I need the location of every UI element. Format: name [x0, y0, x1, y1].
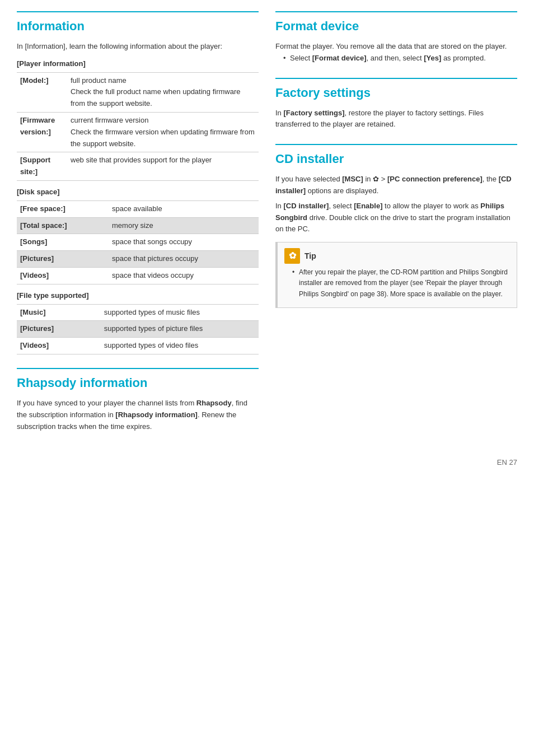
list-item: Select [Format device], and then, select…	[283, 53, 517, 64]
rhapsody-bold: Rhapsody	[196, 399, 232, 407]
table-cell-value: supported types of video files	[101, 338, 259, 354]
yes-bold: [Yes]	[424, 54, 441, 62]
format-device-text: Format the player. You remove all the da…	[275, 41, 517, 53]
tip-box: ✿ Tip After you repair the player, the C…	[275, 242, 517, 308]
table-cell-key: [Videos]	[17, 338, 101, 354]
tip-icon: ✿	[284, 248, 300, 264]
pc-connection-bold: [PC connection preference]	[387, 175, 483, 183]
rhapsody-title: Rhapsody information	[17, 368, 259, 392]
factory-settings-title: Factory settings	[275, 78, 517, 102]
disk-space-table: [Free space:] space available [Total spa…	[17, 200, 259, 284]
cd-installer-text1: If you have selected [MSC] in ✿ > [PC co…	[275, 174, 517, 197]
table-cell-value: current firmware versionCheck the firmwa…	[67, 112, 259, 152]
table-cell-key: [Total space:]	[17, 217, 109, 234]
information-body: In [Information], learn the following in…	[17, 41, 259, 354]
cd-installer-section: CD installer If you have selected [MSC] …	[275, 144, 517, 308]
list-item: After you repair the player, the CD-ROM …	[292, 267, 510, 300]
table-cell-key: [Free space:]	[17, 200, 109, 217]
table-cell-value: web site that provides support for the p…	[67, 152, 259, 181]
table-row: [Music] supported types of music files	[17, 304, 259, 321]
factory-settings-text: In [Factory settings], restore the playe…	[275, 108, 517, 131]
msc-bold: [MSC]	[342, 175, 363, 183]
format-device-list: Select [Format device], and then, select…	[275, 53, 517, 64]
left-column: Information In [Information], learn the …	[17, 11, 259, 446]
file-type-heading: [File type supported]	[17, 290, 259, 302]
cd-installer-body: If you have selected [MSC] in ✿ > [PC co…	[275, 174, 517, 308]
table-cell-value: space that videos occupy	[109, 267, 259, 284]
table-cell-value: space available	[109, 200, 259, 217]
table-cell-key: [Firmwareversion:]	[17, 112, 67, 152]
table-row: [Free space:] space available	[17, 200, 259, 217]
table-cell-key: [Videos]	[17, 267, 109, 284]
table-cell-value: space that songs occupy	[109, 234, 259, 251]
format-device-title: Format device	[275, 11, 517, 35]
table-cell-key: [Supportsite:]	[17, 152, 67, 181]
format-device-bold: [Format device]	[312, 54, 367, 62]
format-device-body: Format the player. You remove all the da…	[275, 41, 517, 64]
cd-installer-text2: In [CD installer], select [Enable] to al…	[275, 200, 517, 235]
factory-settings-body: In [Factory settings], restore the playe…	[275, 108, 517, 131]
table-cell-value: memory size	[109, 217, 259, 234]
table-row: [Songs] space that songs occupy	[17, 234, 259, 251]
page-number: EN 27	[17, 457, 517, 468]
table-row: [Model:] full product nameCheck the full…	[17, 72, 259, 112]
table-row: [Pictures] supported types of picture fi…	[17, 321, 259, 338]
table-cell-key: [Pictures]	[17, 321, 101, 338]
table-cell-value: supported types of picture files	[101, 321, 259, 338]
table-cell-key: [Model:]	[17, 72, 67, 112]
information-title: Information	[17, 11, 259, 35]
rhapsody-section: Rhapsody information If you have synced …	[17, 368, 259, 432]
player-info-heading: [Player information]	[17, 58, 259, 70]
cd-installer-title: CD installer	[275, 144, 517, 168]
rhapsody-text: If you have synced to your player the ch…	[17, 398, 259, 432]
table-row: [Supportsite:] web site that provides su…	[17, 152, 259, 181]
information-intro: In [Information], learn the following in…	[17, 41, 259, 53]
format-device-section: Format device Format the player. You rem…	[275, 11, 517, 64]
rhapsody-info-bold: [Rhapsody information]	[115, 410, 198, 419]
player-info-table: [Model:] full product nameCheck the full…	[17, 72, 259, 181]
factory-settings-bold: [Factory settings]	[283, 109, 344, 117]
factory-settings-section: Factory settings In [Factory settings], …	[275, 78, 517, 131]
table-cell-value: supported types of music files	[101, 304, 259, 321]
tip-list: After you repair the player, the CD-ROM …	[284, 267, 510, 300]
table-cell-value: full product nameCheck the full product …	[67, 72, 259, 112]
table-cell-key: [Pictures]	[17, 251, 109, 268]
table-cell-value: space that pictures occupy	[109, 251, 259, 268]
enable-bold: [Enable]	[354, 202, 382, 210]
disk-space-heading: [Disk space]	[17, 186, 259, 198]
tip-header: ✿ Tip	[284, 248, 510, 264]
cd-installer-bold2: [CD installer]	[283, 202, 329, 210]
right-column: Format device Format the player. You rem…	[275, 11, 517, 446]
table-cell-key: [Music]	[17, 304, 101, 321]
page-container: Information In [Information], learn the …	[17, 11, 517, 446]
tip-title: Tip	[305, 250, 316, 262]
file-type-table: [Music] supported types of music files […	[17, 304, 259, 354]
table-row: [Videos] supported types of video files	[17, 338, 259, 354]
table-row: [Videos] space that videos occupy	[17, 267, 259, 284]
information-section: Information In [Information], learn the …	[17, 11, 259, 354]
table-row: [Total space:] memory size	[17, 217, 259, 234]
table-cell-key: [Songs]	[17, 234, 109, 251]
rhapsody-body: If you have synced to your player the ch…	[17, 398, 259, 432]
table-row: [Firmwareversion:] current firmware vers…	[17, 112, 259, 152]
table-row: [Pictures] space that pictures occupy	[17, 251, 259, 268]
